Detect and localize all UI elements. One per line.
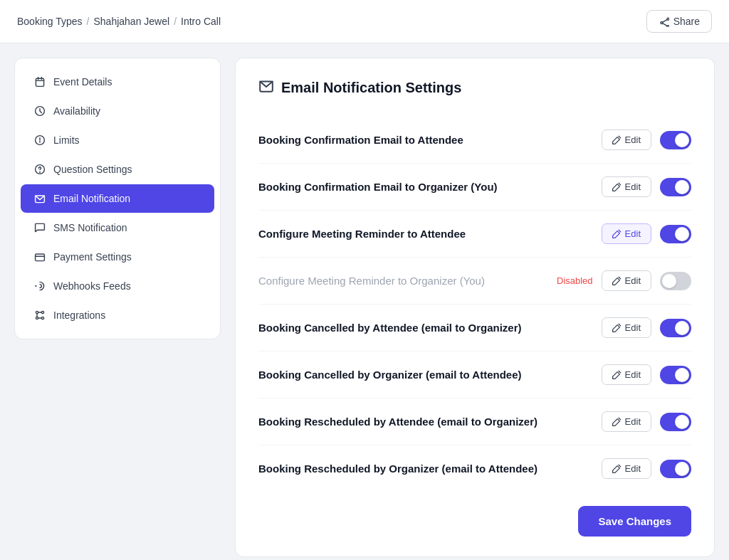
row-actions: Edit (602, 458, 691, 479)
row-label-meeting-reminder-attendee: Configure Meeting Reminder to Attendee (258, 228, 466, 240)
edit-button-booking-confirm-attendee[interactable]: Edit (602, 130, 651, 150)
svg-line-33 (619, 418, 621, 420)
sidebar-item-sms-notification[interactable]: SMS Notification (21, 213, 214, 242)
breadcrumb-root[interactable]: Booking Types (17, 16, 83, 27)
toggle-booking-rescheduled-attendee[interactable] (660, 413, 691, 431)
svg-point-2 (667, 25, 669, 26)
table-row: Configure Meeting Reminder to Attendee E… (258, 211, 691, 258)
clock-icon (33, 105, 46, 117)
svg-point-14 (40, 172, 41, 173)
sidebar-item-payment-settings[interactable]: Payment Settings (21, 243, 214, 271)
limit-icon (33, 134, 46, 147)
edit-button-meeting-reminder-attendee[interactable]: Edit (602, 223, 651, 244)
edit-button-booking-rescheduled-organizer[interactable]: Edit (602, 458, 651, 479)
pencil-icon (612, 417, 622, 426)
sidebar-item-limits[interactable]: Limits (21, 126, 214, 154)
row-label-booking-rescheduled-organizer: Booking Rescheduled by Organizer (email … (258, 463, 537, 475)
table-row: Booking Cancelled by Organizer (email to… (258, 352, 691, 398)
pencil-icon (612, 135, 622, 144)
row-actions: Edit (602, 130, 691, 150)
sidebar-item-event-details[interactable]: Event Details (21, 68, 214, 96)
row-actions: Edit (602, 317, 691, 338)
sidebar-label-payment-settings: Payment Settings (53, 251, 132, 263)
edit-button-booking-rescheduled-attendee[interactable]: Edit (602, 411, 651, 432)
toggle-meeting-reminder-organizer[interactable] (660, 272, 691, 290)
webhook-icon (33, 280, 46, 292)
sidebar-item-webhooks-feeds[interactable]: Webhooks Feeds (21, 272, 214, 300)
sidebar-label-event-details: Event Details (53, 76, 112, 88)
sidebar-label-question-settings: Question Settings (53, 164, 132, 175)
sidebar-item-question-settings[interactable]: Question Settings (21, 155, 214, 184)
main-layout: Event Details Availability Limits (0, 43, 729, 560)
question-icon (33, 163, 46, 176)
edit-button-booking-cancelled-organizer[interactable]: Edit (602, 364, 651, 385)
svg-line-4 (663, 19, 666, 21)
pencil-icon (612, 464, 622, 473)
sidebar-item-integrations[interactable]: Integrations (21, 301, 214, 329)
integration-icon (33, 309, 46, 322)
svg-line-28 (619, 183, 621, 185)
row-label-booking-rescheduled-attendee: Booking Rescheduled by Attendee (email t… (258, 416, 537, 428)
sidebar-label-webhooks-feeds: Webhooks Feeds (53, 280, 131, 292)
calendar-icon (33, 75, 46, 88)
table-row: Configure Meeting Reminder to Organizer … (258, 258, 691, 305)
table-row: Booking Confirmation Email to Organizer … (258, 164, 691, 211)
page-title-icon (258, 78, 274, 97)
row-actions: Edit (602, 223, 691, 244)
row-actions: Disabled Edit (557, 270, 691, 291)
breadcrumb-current: Intro Call (181, 16, 221, 27)
sidebar-label-limits: Limits (53, 134, 80, 146)
row-label-booking-confirm-organizer: Booking Confirmation Email to Organizer … (258, 181, 498, 193)
table-row: Booking Rescheduled by Attendee (email t… (258, 398, 691, 445)
sidebar-item-email-notification[interactable]: Email Notification (21, 184, 214, 213)
row-label-meeting-reminder-organizer: Configure Meeting Reminder to Organizer … (258, 275, 485, 287)
payment-icon (33, 250, 46, 263)
toggle-booking-confirm-organizer[interactable] (660, 178, 691, 196)
svg-line-27 (619, 136, 621, 138)
breadcrumb-sep2: / (174, 16, 177, 27)
main-content-panel: Email Notification Settings Booking Conf… (235, 58, 715, 557)
sms-icon (33, 221, 46, 234)
share-button[interactable]: Share (646, 10, 712, 33)
breadcrumb-user[interactable]: Shahjahan Jewel (93, 16, 169, 27)
toggle-booking-confirm-attendee[interactable] (660, 131, 691, 149)
save-changes-button[interactable]: Save Changes (578, 506, 691, 537)
toggle-meeting-reminder-attendee[interactable] (660, 225, 691, 243)
email-icon (33, 192, 46, 205)
toggle-booking-cancelled-attendee[interactable] (660, 319, 691, 337)
sidebar: Event Details Availability Limits (14, 58, 221, 339)
svg-line-30 (619, 277, 621, 279)
toggle-booking-cancelled-organizer[interactable] (660, 366, 691, 384)
svg-rect-16 (36, 254, 45, 261)
table-row: Booking Cancelled by Attendee (email to … (258, 305, 691, 352)
sidebar-label-integrations: Integrations (53, 310, 105, 321)
svg-line-34 (619, 465, 621, 467)
toggle-booking-rescheduled-organizer[interactable] (660, 460, 691, 478)
row-label-booking-cancelled-attendee: Booking Cancelled by Attendee (email to … (258, 322, 522, 334)
edit-button-booking-confirm-organizer[interactable]: Edit (602, 176, 651, 197)
topbar: Booking Types / Shahjahan Jewel / Intro … (0, 0, 729, 43)
row-label-booking-confirm-attendee: Booking Confirmation Email to Attendee (258, 134, 463, 146)
pencil-icon (612, 370, 622, 379)
sidebar-label-email-notification: Email Notification (53, 193, 130, 204)
row-actions: Edit (602, 364, 691, 385)
sidebar-item-availability[interactable]: Availability (21, 97, 214, 125)
footer-row: Save Changes (258, 506, 691, 537)
table-row: Booking Confirmation Email to Attendee E… (258, 117, 691, 164)
row-actions: Edit (602, 411, 691, 432)
svg-point-1 (661, 21, 663, 23)
share-icon (659, 16, 669, 27)
edit-button-booking-cancelled-attendee[interactable]: Edit (602, 317, 651, 338)
svg-line-32 (619, 371, 621, 373)
pencil-icon (612, 276, 622, 285)
breadcrumb-sep1: / (87, 16, 90, 27)
svg-line-3 (663, 23, 666, 26)
svg-rect-5 (36, 78, 43, 86)
page-header: Email Notification Settings (258, 78, 691, 97)
svg-line-31 (619, 324, 621, 326)
row-label-booking-cancelled-organizer: Booking Cancelled by Organizer (email to… (258, 369, 522, 381)
edit-button-meeting-reminder-organizer[interactable]: Edit (602, 270, 651, 291)
svg-point-0 (667, 18, 669, 20)
sidebar-label-availability: Availability (53, 105, 100, 117)
sidebar-label-sms-notification: SMS Notification (53, 222, 127, 233)
